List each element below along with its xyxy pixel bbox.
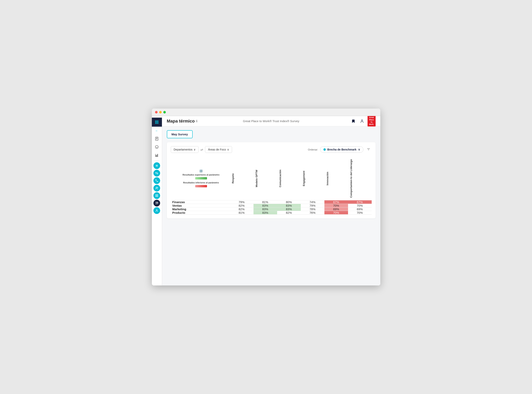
svg-point-29 bbox=[157, 187, 158, 188]
cell-2-3: 78% bbox=[301, 207, 324, 211]
cell-0-5: 67% bbox=[348, 200, 372, 204]
content-area: May Survey Departamentos ∨ ⇄ Áreas de Fo… bbox=[162, 126, 380, 285]
col-header-comunicacion-text: Comunicación bbox=[277, 167, 293, 190]
col-header-respeto: Respeto bbox=[230, 157, 253, 200]
cell-3-3: 76% bbox=[301, 211, 324, 214]
col-header-respeto-text: Respeto bbox=[230, 171, 246, 186]
back-arrow-btn[interactable]: ← bbox=[154, 127, 160, 134]
sort-option-label: Brecha de Benchmark bbox=[327, 148, 356, 151]
row-label-3: Producto bbox=[171, 211, 230, 214]
cell-3-2: 82% bbox=[277, 211, 301, 214]
sort-dot bbox=[323, 148, 326, 151]
heatmap-table: ℹ️ Resultados superiores al parámetro Re… bbox=[171, 157, 372, 215]
traffic-light-yellow[interactable] bbox=[159, 111, 162, 114]
svg-rect-39 bbox=[157, 203, 158, 204]
svg-point-13 bbox=[155, 145, 158, 149]
sort-dropdown[interactable]: Brecha de Benchmark ∨ bbox=[320, 146, 363, 153]
svg-rect-38 bbox=[156, 203, 157, 204]
svg-point-3 bbox=[155, 122, 156, 123]
swap-icon[interactable]: ⇄ bbox=[201, 148, 203, 151]
cell-1-1: 83% bbox=[253, 204, 277, 207]
legend-above-label: Resultados superiores al parámetro bbox=[183, 174, 220, 176]
traffic-light-green[interactable] bbox=[163, 111, 166, 114]
cell-3-1: 83% bbox=[253, 211, 277, 214]
cell-0-4: 67% bbox=[324, 200, 348, 204]
cell-3-0: 81% bbox=[230, 211, 253, 214]
gptw-logo: Great Place To Work. bbox=[367, 116, 376, 126]
legend-bar-green bbox=[195, 177, 207, 179]
svg-rect-31 bbox=[157, 194, 158, 195]
svg-rect-35 bbox=[157, 202, 158, 202]
sidebar-icon-people[interactable] bbox=[153, 185, 160, 192]
svg-point-0 bbox=[155, 121, 156, 122]
page-title: Mapa térmico ℹ bbox=[167, 119, 197, 124]
svg-point-40 bbox=[156, 209, 157, 210]
sidebar-icon-list1[interactable] bbox=[153, 162, 160, 169]
app-container: ← bbox=[152, 116, 380, 285]
sidebar-icon-heatmap[interactable] bbox=[153, 200, 160, 207]
col-header-innovacion: Innovación bbox=[324, 157, 348, 200]
sidebar-icon-flow[interactable] bbox=[153, 177, 160, 184]
col-header-engagement: Engagement bbox=[301, 157, 324, 200]
sidebar-logo[interactable] bbox=[152, 118, 162, 127]
table-row: Producto81%83%82%76%70%70% bbox=[171, 211, 372, 214]
svg-rect-33 bbox=[157, 196, 158, 197]
filter-bar: Departamentos ∨ ⇄ Áreas de Foco ∨ Ordena… bbox=[171, 146, 372, 153]
person-btn[interactable] bbox=[359, 118, 365, 124]
sidebar-icon-chart[interactable] bbox=[153, 151, 160, 159]
title-info-icon[interactable]: ℹ bbox=[196, 119, 197, 123]
filter-icon-btn[interactable] bbox=[365, 146, 372, 153]
sidebar: ← bbox=[152, 116, 162, 285]
svg-point-1 bbox=[156, 121, 157, 122]
departments-arrow: ∨ bbox=[194, 148, 196, 151]
legend-below-label: Resultados inferiores al parámetro bbox=[183, 181, 219, 184]
col-header-engagement-text: Engagement bbox=[301, 168, 316, 188]
cell-0-3: 74% bbox=[301, 200, 324, 204]
sidebar-icon-arrows[interactable] bbox=[153, 170, 160, 176]
svg-rect-37 bbox=[157, 203, 158, 203]
cell-3-5: 70% bbox=[348, 211, 372, 214]
col-header-modelo: Modelo GPTW bbox=[253, 157, 277, 200]
sidebar-icon-smiley[interactable] bbox=[153, 143, 160, 151]
svg-rect-32 bbox=[156, 196, 157, 197]
cell-2-4: 69% bbox=[324, 207, 348, 211]
legend-bar-red bbox=[195, 185, 207, 187]
svg-point-28 bbox=[156, 187, 157, 188]
top-bar-left: Mapa térmico ℹ bbox=[167, 119, 197, 124]
svg-rect-20 bbox=[157, 154, 158, 156]
table-row: Finanzas79%81%80%74%67%67% bbox=[171, 200, 372, 204]
sidebar-separator-1 bbox=[154, 161, 160, 161]
top-bar-right: Great Place To Work. bbox=[350, 116, 376, 126]
survey-selector: May Survey bbox=[167, 130, 376, 138]
main-content: Mapa térmico ℹ Great Place to Work® Trus… bbox=[162, 116, 380, 285]
svg-point-8 bbox=[158, 123, 159, 124]
cell-0-0: 79% bbox=[230, 200, 253, 204]
survey-button[interactable]: May Survey bbox=[167, 130, 193, 138]
svg-rect-19 bbox=[157, 155, 157, 157]
cell-1-4: 70% bbox=[324, 204, 348, 207]
svg-rect-30 bbox=[156, 194, 157, 195]
col-header-comportamiento-text: Comportamien-to del Liderazgo bbox=[348, 157, 364, 200]
focus-areas-label: Áreas de Foco bbox=[208, 148, 226, 151]
sidebar-icon-grid2[interactable] bbox=[153, 192, 160, 199]
sidebar-icon-person2[interactable] bbox=[153, 207, 160, 214]
col-header-innovacion-text: Innovación bbox=[324, 169, 340, 188]
svg-point-4 bbox=[156, 122, 157, 123]
focus-areas-arrow: ∨ bbox=[227, 148, 229, 151]
heatmap-container: Departamentos ∨ ⇄ Áreas de Foco ∨ Ordena… bbox=[167, 142, 376, 218]
focus-areas-dropdown[interactable]: Áreas de Foco ∨ bbox=[205, 146, 232, 153]
cell-3-4: 70% bbox=[324, 211, 348, 214]
col-header-comportamiento: Comportamien-to del Liderazgo bbox=[348, 157, 372, 200]
svg-rect-34 bbox=[156, 202, 157, 202]
cell-1-0: 82% bbox=[230, 204, 253, 207]
cell-0-2: 80% bbox=[277, 200, 301, 204]
svg-point-41 bbox=[361, 119, 363, 121]
cell-2-2: 83% bbox=[277, 207, 301, 211]
departments-dropdown[interactable]: Departamentos ∨ bbox=[171, 146, 199, 153]
app-window: ← bbox=[152, 109, 380, 285]
bookmark-btn[interactable] bbox=[350, 118, 356, 124]
row-label-0: Finanzas bbox=[171, 200, 230, 204]
cell-1-5: 70% bbox=[348, 204, 372, 207]
sidebar-icon-document[interactable] bbox=[153, 135, 160, 142]
traffic-light-red[interactable] bbox=[155, 111, 158, 114]
